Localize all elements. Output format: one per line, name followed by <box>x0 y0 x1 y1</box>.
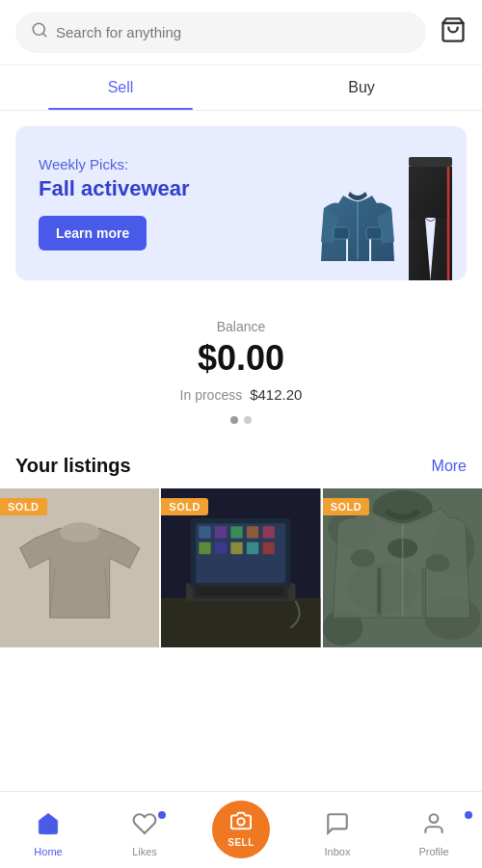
in-process-row: In process $412.20 <box>0 386 482 403</box>
header <box>0 0 482 66</box>
listings-grid: SOLD <box>0 488 482 647</box>
tab-buy[interactable]: Buy <box>241 66 482 110</box>
banner-subtitle: Weekly Picks: <box>39 156 447 172</box>
dot-2[interactable] <box>244 416 252 424</box>
balance-amount: $0.00 <box>0 338 482 379</box>
banner-text: Weekly Picks: Fall activewear Learn more <box>39 156 447 250</box>
svg-rect-21 <box>247 526 258 538</box>
nav-profile-label: Profile <box>418 846 448 857</box>
nav-likes[interactable]: Likes <box>96 803 193 857</box>
search-icon <box>31 21 48 43</box>
svg-rect-29 <box>196 587 283 595</box>
search-bar[interactable] <box>15 12 426 53</box>
nav-inbox[interactable]: Inbox <box>289 803 386 857</box>
nav-profile[interactable]: Profile <box>386 803 482 857</box>
cart-button[interactable] <box>440 16 467 49</box>
bottom-nav: Home Likes SELL Inbox <box>0 791 482 868</box>
tabs: Sell Buy <box>0 66 482 111</box>
dot-1[interactable] <box>230 416 238 424</box>
search-input[interactable] <box>56 24 411 40</box>
nav-inbox-label: Inbox <box>325 846 351 857</box>
svg-point-10 <box>60 522 99 542</box>
svg-rect-18 <box>200 526 211 538</box>
svg-point-38 <box>351 549 375 567</box>
svg-rect-20 <box>231 526 243 538</box>
sell-button[interactable]: SELL <box>212 801 270 858</box>
balance-section: Balance $0.00 In process $412.20 <box>0 296 482 439</box>
nav-sell[interactable]: SELL <box>193 793 289 868</box>
profile-notification-dot <box>465 811 472 819</box>
svg-point-40 <box>425 554 449 572</box>
listing-item[interactable]: SOLD <box>323 488 482 647</box>
svg-line-1 <box>42 33 45 36</box>
listing-item[interactable]: SOLD <box>161 488 320 647</box>
sell-label: SELL <box>228 837 254 848</box>
inbox-icon <box>325 811 350 842</box>
learn-more-button[interactable]: Learn more <box>39 216 147 250</box>
listings-header: Your listings More <box>0 439 482 488</box>
heart-icon <box>132 811 157 842</box>
svg-rect-24 <box>215 542 227 554</box>
profile-icon <box>421 811 446 842</box>
svg-point-43 <box>430 814 439 823</box>
sold-badge-2: SOLD <box>161 498 208 515</box>
balance-label: Balance <box>0 319 482 334</box>
in-process-amount: $412.20 <box>250 386 302 403</box>
sold-badge-1: SOLD <box>0 498 47 515</box>
svg-rect-27 <box>263 542 275 554</box>
svg-point-42 <box>237 818 244 825</box>
home-icon <box>36 811 61 842</box>
nav-likes-label: Likes <box>132 846 157 857</box>
svg-rect-22 <box>263 526 275 538</box>
pagination-dots <box>0 416 482 424</box>
in-process-label: In process <box>180 387 243 403</box>
banner-title: Fall activewear <box>39 176 447 201</box>
camera-icon <box>230 810 252 836</box>
likes-notification-dot <box>158 811 166 819</box>
svg-rect-19 <box>215 526 227 538</box>
more-link[interactable]: More <box>432 458 467 475</box>
nav-home-label: Home <box>34 846 62 857</box>
nav-home[interactable]: Home <box>0 803 96 857</box>
weekly-picks-banner: Weekly Picks: Fall activewear Learn more <box>15 126 467 280</box>
listing-item[interactable]: SOLD <box>0 488 159 647</box>
tab-sell[interactable]: Sell <box>0 66 241 110</box>
svg-rect-25 <box>231 542 243 554</box>
svg-rect-26 <box>247 542 258 554</box>
listings-title: Your listings <box>15 455 131 477</box>
sold-badge-3: SOLD <box>323 498 370 515</box>
svg-rect-23 <box>200 542 211 554</box>
